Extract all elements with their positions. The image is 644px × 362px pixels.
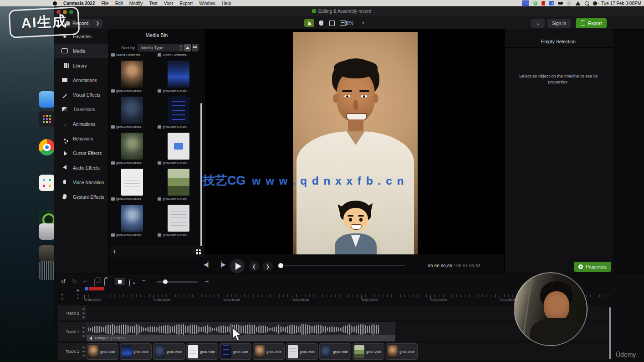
sidebar-item-voice-narration[interactable]: Voice Narration — [54, 175, 108, 190]
sidebar-item-library[interactable]: Library — [54, 58, 108, 73]
play-button[interactable] — [230, 259, 245, 274]
media-bin-scrollbar[interactable] — [200, 103, 202, 248]
zoom-out-button[interactable]: − — [142, 277, 146, 284]
menu-item-voor[interactable]: Voor — [164, 1, 174, 6]
media-item-partial[interactable]: Video Elements… — [158, 52, 199, 57]
sidebar-item-animations[interactable]: →Animations — [54, 117, 108, 131]
crop-tool-button[interactable] — [327, 19, 337, 27]
screen-share-icon[interactable] — [522, 0, 529, 6]
search-icon[interactable] — [585, 1, 589, 5]
track-height-toggles[interactable]: ∧∨ — [77, 293, 79, 300]
timeline-zoom-slider-handle[interactable] — [163, 279, 168, 284]
download-button[interactable]: ↓ — [531, 19, 545, 28]
collapse-group-icon[interactable] — [90, 336, 92, 340]
list-view-button[interactable] — [192, 44, 199, 52]
thumbnail-view-button[interactable] — [184, 44, 191, 52]
timeline-record-stop-button[interactable] — [115, 278, 125, 285]
export-button[interactable]: Export — [576, 18, 607, 28]
red-app-icon[interactable] — [542, 1, 545, 5]
sidebar-item-cursor-effects[interactable]: Cursor Effects — [54, 146, 108, 160]
media-item[interactable]: grok-video-d0d0… — [158, 59, 199, 95]
media-item[interactable]: grok-video-d0d0… — [158, 95, 199, 131]
scrubber-handle[interactable] — [278, 263, 283, 268]
menu-item-test[interactable]: Test — [149, 1, 157, 6]
dock-chrome-icon[interactable] — [39, 139, 55, 155]
timeline-video-clip[interactable]: grok-vide — [353, 343, 384, 360]
thumbnail-size-toggle[interactable]: − — [192, 249, 201, 254]
copy-button[interactable] — [94, 279, 95, 286]
media-item[interactable]: grok-video-d0d0… — [158, 167, 199, 203]
menu-item-modify[interactable]: Modify — [129, 1, 143, 6]
timeline-video-clip[interactable]: grok-vide — [220, 343, 251, 360]
undo-button[interactable]: ↺ — [61, 278, 66, 285]
track-header[interactable]: Track 2 — [58, 305, 87, 321]
menu-item-window[interactable]: Window — [199, 1, 215, 6]
timeline-options-dots[interactable] — [61, 294, 63, 295]
sidebar-item-behaviors[interactable]: Behaviors — [54, 131, 108, 146]
zoom-in-button[interactable]: ＋ — [204, 277, 210, 285]
properties-button[interactable]: Properties — [574, 262, 611, 272]
timeline-selection-marker[interactable] — [89, 287, 104, 290]
media-item[interactable]: grok-video-d0d0… — [111, 59, 153, 95]
step-back-button[interactable]: ◀▏ — [204, 261, 212, 268]
timeline-video-clip[interactable]: grok-vide — [386, 343, 418, 360]
dock-archive-icon[interactable] — [39, 245, 55, 262]
wifi-icon[interactable] — [575, 1, 581, 5]
menubar-clock[interactable]: Tue 17 Feb 3:08PM — [601, 1, 641, 6]
track-header[interactable]: Track 1 — [58, 343, 87, 360]
pan-tool-button[interactable] — [316, 19, 326, 27]
cartoon-avatar-inset[interactable] — [330, 197, 381, 254]
dock-trash-icon[interactable] — [39, 261, 55, 280]
battery-icon[interactable] — [558, 2, 563, 5]
user-icon[interactable] — [593, 1, 597, 5]
menu-item-export[interactable]: Export — [179, 1, 193, 6]
media-item[interactable]: grok-video-d0d0… — [111, 203, 153, 239]
sidebar-item-gesture-effects[interactable]: Gesture Effects — [54, 190, 108, 204]
dock-launchpad-icon[interactable] — [39, 111, 55, 127]
track-toggles[interactable] — [82, 346, 85, 357]
media-item[interactable]: grok-video-d0d0… — [111, 167, 153, 203]
track-toggles[interactable] — [82, 308, 85, 319]
media-item-partial[interactable]: Wired Elements… — [111, 52, 153, 57]
apple-icon[interactable] — [53, 1, 57, 5]
redo-button[interactable]: ↻ — [72, 278, 77, 285]
dock-finder-icon[interactable] — [39, 91, 55, 108]
timeline-video-clip[interactable]: grok-vide — [120, 343, 152, 360]
media-item[interactable]: grok-video-d0d0… — [111, 95, 153, 131]
sidebar-item-visual-effects[interactable]: Visual Effects — [54, 88, 108, 102]
sidebar-item-media[interactable]: Media — [54, 44, 108, 58]
media-item[interactable]: grok-video-d0d0… — [158, 131, 199, 167]
timeline-video-clip[interactable]: grok-vide — [153, 343, 185, 360]
paste-button[interactable] — [104, 279, 105, 285]
timeline-video-clip[interactable]: grok-vide — [253, 343, 285, 360]
video-frame[interactable] — [293, 32, 418, 254]
preview-scrubber[interactable] — [278, 265, 405, 266]
menu-item-help[interactable]: Help — [222, 1, 231, 6]
canvas-zoom-dropdown[interactable]: 80% ▼ — [344, 19, 365, 27]
media-item[interactable]: grok-video-d0d0… — [158, 203, 199, 239]
dim-orb-icon[interactable] — [567, 1, 571, 5]
zoom-timeline-button[interactable] — [129, 279, 130, 286]
timeline-video-clip[interactable]: grok-vide — [87, 343, 118, 360]
step-forward-button[interactable]: ▕▶ — [217, 261, 225, 268]
timeline-video-clip[interactable]: grok-vide — [186, 343, 218, 360]
timeline-video-clip[interactable]: grok-vide — [286, 343, 318, 360]
record-dropdown-chevron[interactable]: ❯ — [92, 19, 102, 28]
timeline-scrollbar[interactable] — [609, 307, 611, 359]
pointer-tool-button[interactable] — [304, 19, 314, 27]
sign-in-button[interactable]: Sign In — [547, 19, 571, 28]
previous-clip-button[interactable]: ❮ — [249, 261, 259, 271]
timeline-video-clip[interactable]: grok-vide — [319, 343, 351, 360]
dock-slack-icon[interactable] — [39, 175, 55, 191]
sidebar-item-annotations[interactable]: Annotations — [54, 73, 108, 88]
timeline-in-marker[interactable] — [85, 287, 88, 290]
sort-by-dropdown[interactable]: Media Type ▲▼ — [138, 44, 185, 52]
sidebar-item-transitions[interactable]: Transitions — [54, 102, 108, 117]
track-toggles[interactable] — [82, 326, 85, 337]
track-header[interactable]: Track 1 — [58, 322, 87, 341]
next-clip-button[interactable]: ❯ — [263, 261, 273, 271]
menu-item-file[interactable]: File — [102, 1, 109, 6]
green-orb-icon[interactable] — [533, 1, 537, 5]
media-item[interactable]: grok-video-d0d0… — [111, 131, 153, 167]
blue-share-icon[interactable] — [549, 1, 554, 5]
